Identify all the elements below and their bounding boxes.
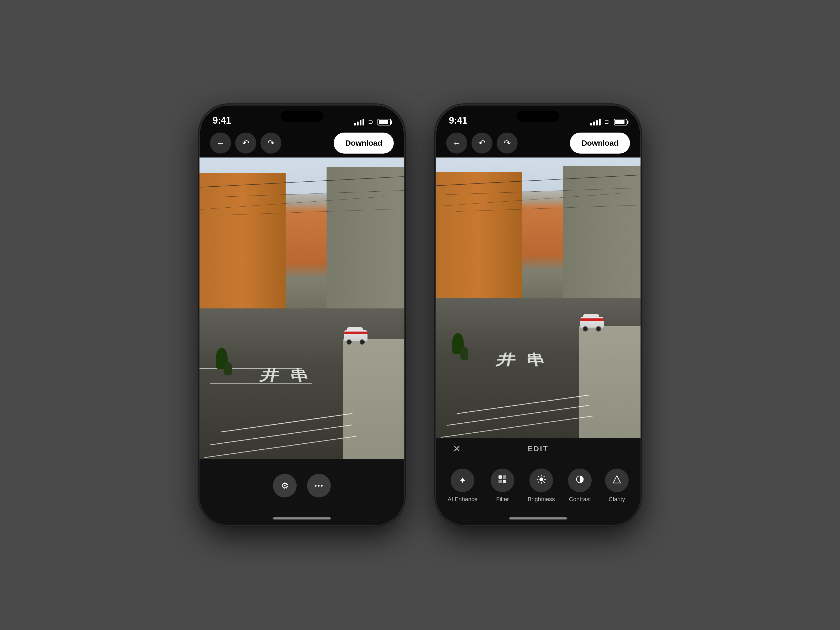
redo-button-right[interactable]: ↷	[497, 133, 518, 153]
battery-icon-right	[614, 118, 627, 125]
wifi-icon-right: ⊃	[604, 118, 610, 126]
taxi-right	[580, 317, 604, 332]
redo-button-left[interactable]: ↷	[261, 133, 281, 153]
dynamic-island-left	[281, 111, 323, 122]
svg-rect-3	[503, 480, 506, 483]
signal-icon-left	[354, 118, 364, 125]
filters-button-left[interactable]: ⚙	[273, 474, 297, 497]
ai-enhance-icon: ✦	[459, 475, 466, 486]
bottom-area-left: ⚙ ●●●	[199, 459, 404, 512]
taxi-left	[344, 330, 368, 345]
svg-point-4	[540, 477, 543, 481]
tool-filter[interactable]: Filter	[491, 469, 514, 503]
photo-area-left: 井 串	[199, 158, 404, 459]
status-icons-right: ⊃	[590, 118, 627, 126]
undo-icon-left: ↶	[242, 138, 249, 148]
toolbar-right: ← ↶ ↷ Download	[436, 129, 641, 158]
sliders-icon-left: ⚙	[281, 480, 289, 491]
download-button-left[interactable]: Download	[334, 133, 394, 153]
svg-rect-0	[499, 475, 502, 479]
svg-line-12	[538, 482, 539, 483]
back-button-right[interactable]: ←	[446, 133, 467, 153]
filter-icon	[498, 475, 507, 486]
brightness-icon	[537, 475, 546, 486]
status-time-right: 9:41	[449, 115, 467, 126]
street-photo-right: 井 串	[436, 158, 641, 438]
svg-line-11	[544, 476, 545, 477]
close-edit-button[interactable]: ✕	[449, 441, 465, 457]
tool-brightness[interactable]: Brightness	[527, 469, 555, 503]
street-photo-left: 井 串	[199, 158, 404, 459]
back-button-left[interactable]: ←	[210, 133, 231, 153]
contrast-icon-circle	[568, 469, 592, 492]
clarity-label: Clarity	[609, 496, 625, 503]
ai-enhance-icon-circle: ✦	[451, 469, 474, 492]
more-icon-left: ●●●	[314, 483, 324, 488]
filter-label: Filter	[496, 496, 509, 503]
contrast-label: Contrast	[569, 496, 591, 503]
tool-ai-enhance[interactable]: ✦ AI Enhance	[448, 469, 477, 503]
svg-line-10	[544, 482, 545, 483]
phone-right: 9:41 ⊃ ← ↶ ↷ Download	[436, 105, 641, 525]
home-bar-left	[273, 517, 331, 519]
ai-enhance-label: AI Enhance	[448, 496, 477, 503]
toolbar-left: ← ↶ ↷ Download	[199, 129, 404, 158]
edit-tools: ✦ AI Enhance Filter	[436, 459, 641, 512]
status-icons-left: ⊃	[354, 118, 391, 126]
tool-contrast[interactable]: Contrast	[568, 469, 592, 503]
back-icon-left: ←	[216, 138, 225, 148]
home-indicator-right	[436, 512, 641, 525]
edit-title: EDIT	[465, 445, 612, 453]
home-bar-right	[509, 517, 567, 519]
sidewalk-left	[343, 339, 404, 459]
clarity-icon	[613, 475, 621, 486]
wifi-icon-left: ⊃	[368, 118, 374, 126]
more-button-left[interactable]: ●●●	[307, 474, 331, 497]
brightness-label: Brightness	[527, 496, 555, 503]
battery-icon-left	[377, 118, 391, 125]
status-time-left: 9:41	[213, 115, 231, 126]
svg-rect-1	[503, 475, 506, 479]
signal-icon-right	[590, 118, 601, 125]
undo-icon-right: ↶	[478, 138, 486, 148]
tool-clarity[interactable]: Clarity	[605, 469, 629, 503]
toolbar-right-group: ← ↶ ↷	[446, 133, 518, 153]
sidewalk-right	[579, 326, 641, 438]
filter-icon-circle	[491, 469, 514, 492]
brightness-icon-circle	[529, 469, 553, 492]
dynamic-island-right	[517, 111, 559, 122]
clarity-icon-circle	[605, 469, 629, 492]
road-chars-right: 井 串	[494, 352, 550, 367]
edit-panel: ✕ EDIT ✦ AI Enhance	[436, 438, 641, 512]
phone-left: 9:41 ⊃ ← ↶ ↷ Download	[199, 105, 404, 525]
download-button-right[interactable]: Download	[570, 133, 630, 153]
photo-area-right: 井 串	[436, 158, 641, 438]
toolbar-left-group: ← ↶ ↷	[210, 133, 281, 153]
close-icon: ✕	[453, 444, 461, 455]
undo-button-right[interactable]: ↶	[471, 133, 493, 153]
back-icon-right: ←	[453, 138, 461, 148]
redo-icon-right: ↷	[504, 138, 511, 148]
undo-button-left[interactable]: ↶	[235, 133, 256, 153]
road-chars-left: 井 串	[258, 368, 314, 382]
edit-header: ✕ EDIT	[436, 438, 641, 459]
contrast-icon	[575, 475, 584, 486]
home-indicator-left	[199, 512, 404, 525]
redo-icon-left: ↷	[267, 138, 275, 148]
svg-line-9	[538, 476, 539, 477]
svg-rect-2	[499, 480, 502, 483]
